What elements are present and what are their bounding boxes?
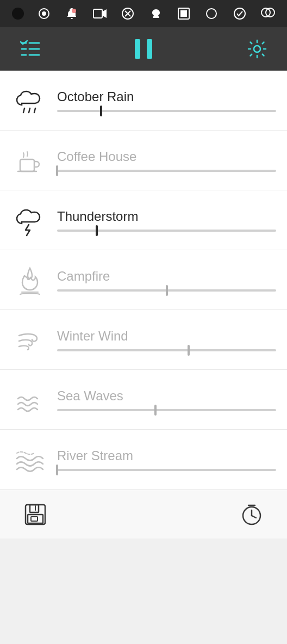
sound-info-october-rain: October Rain — [57, 89, 276, 112]
timer-button[interactable] — [238, 501, 265, 528]
river-icon — [11, 441, 49, 479]
slider-track-october-rain[interactable] — [57, 110, 276, 112]
svg-rect-24 — [31, 517, 38, 521]
slider-track-sea-waves[interactable] — [57, 409, 276, 411]
svg-rect-18 — [20, 159, 34, 171]
pause-button[interactable] — [135, 39, 152, 59]
status-icon-x — [120, 6, 135, 21]
rain-cloud-icon — [11, 82, 49, 120]
slider-thumb-winter-wind — [188, 345, 190, 356]
save-button[interactable] — [22, 501, 49, 528]
pause-bar-right — [147, 39, 152, 59]
svg-rect-22 — [30, 505, 39, 512]
svg-line-28 — [252, 516, 256, 518]
svg-line-17 — [34, 108, 35, 113]
sound-item-sea-waves[interactable]: Sea Waves — [0, 370, 287, 430]
slider-thumb-sea-waves — [154, 405, 157, 416]
settings-icon[interactable] — [244, 35, 271, 63]
slider-thumb-thunderstorm — [96, 225, 98, 236]
sound-item-coffee-house[interactable]: Coffee House — [0, 131, 287, 190]
svg-line-15 — [23, 108, 24, 113]
sound-item-winter-wind[interactable]: Winter Wind — [0, 310, 287, 370]
slider-thumb-river-stream — [56, 465, 58, 475]
svg-point-10 — [207, 9, 216, 18]
status-icon-bird — [148, 6, 164, 21]
svg-rect-3 — [93, 9, 102, 18]
coffee-icon — [11, 141, 49, 179]
slider-thumb-coffee-house — [56, 165, 58, 176]
toolbar — [0, 27, 287, 71]
waves-icon — [11, 381, 49, 419]
slider-thumb-october-rain — [100, 106, 102, 116]
status-icon-1 — [36, 6, 52, 21]
svg-line-16 — [29, 108, 30, 113]
status-icon-bell — [64, 6, 79, 21]
svg-rect-23 — [28, 515, 43, 523]
status-icon-square — [176, 6, 191, 21]
sound-name-thunderstorm: Thunderstorm — [57, 209, 276, 224]
status-icon-check — [232, 6, 247, 21]
sound-name-campfire: Campfire — [57, 269, 276, 284]
sound-item-october-rain[interactable]: October Rain — [0, 71, 287, 131]
pause-bar-left — [135, 39, 140, 59]
sound-info-river-stream: River Stream — [57, 448, 276, 471]
slider-track-thunderstorm[interactable] — [57, 230, 276, 232]
slider-track-river-stream[interactable] — [57, 469, 276, 471]
sound-name-october-rain: October Rain — [57, 89, 276, 104]
sound-item-campfire[interactable]: Campfire — [0, 250, 287, 310]
bottom-bar — [0, 490, 287, 538]
list-icon[interactable] — [16, 35, 43, 63]
sound-info-thunderstorm: Thunderstorm — [57, 209, 276, 232]
svg-rect-9 — [180, 10, 187, 17]
sound-name-river-stream: River Stream — [57, 448, 276, 463]
status-icon-circle — [204, 6, 219, 21]
sound-info-coffee-house: Coffee House — [57, 149, 276, 172]
slider-track-winter-wind[interactable] — [57, 349, 276, 351]
slider-track-campfire[interactable] — [57, 289, 276, 292]
svg-point-14 — [254, 46, 260, 52]
sound-item-river-stream[interactable]: River Stream — [0, 430, 287, 490]
thunder-cloud-icon — [11, 201, 49, 239]
svg-point-11 — [234, 8, 245, 19]
svg-marker-4 — [103, 9, 107, 18]
wind-icon — [11, 321, 49, 359]
sound-list: October Rain Coffee House — [0, 71, 287, 490]
svg-point-1 — [42, 11, 46, 16]
sound-name-coffee-house: Coffee House — [57, 149, 276, 164]
slider-thumb-campfire — [166, 285, 168, 296]
sound-name-winter-wind: Winter Wind — [57, 329, 276, 344]
status-icon-video — [92, 6, 108, 21]
sound-info-campfire: Campfire — [57, 269, 276, 292]
svg-point-2 — [72, 9, 76, 13]
sound-name-sea-waves: Sea Waves — [57, 388, 276, 404]
slider-track-coffee-house[interactable] — [57, 170, 276, 172]
fire-icon — [11, 261, 49, 299]
sound-info-sea-waves: Sea Waves — [57, 388, 276, 411]
status-icon-0 — [12, 8, 24, 20]
sound-info-winter-wind: Winter Wind — [57, 329, 276, 351]
sound-item-thunderstorm[interactable]: Thunderstorm — [0, 190, 287, 250]
status-bar — [0, 0, 287, 27]
status-icon-chat — [260, 6, 275, 21]
